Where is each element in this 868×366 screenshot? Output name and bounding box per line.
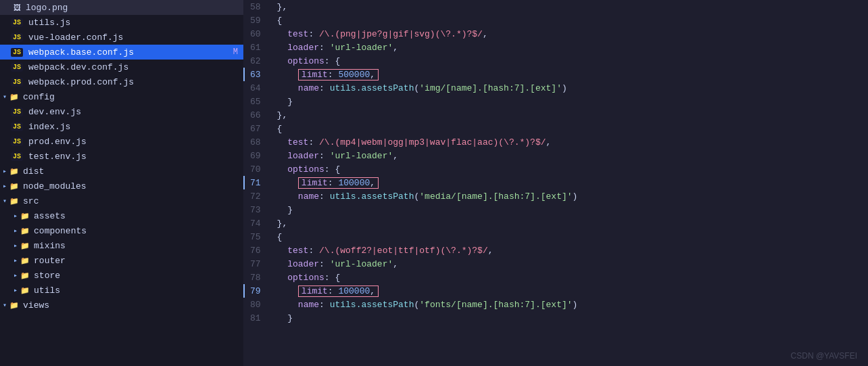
code-line: test: /\.(png|jpe?g|gif|svg)(\?.*)?$/, — [272, 27, 867, 41]
sidebar-item-webpack-base-conf-js[interactable]: JS webpack.base.conf.js M — [0, 45, 243, 60]
code-line: } — [272, 203, 867, 216]
code-line: limit: 500000, — [272, 68, 867, 81]
chevron-down-icon: ▾ — [3, 93, 7, 101]
code-line: limit: 100000, — [272, 284, 867, 298]
sidebar-item-utils-js[interactable]: JS utils.js — [0, 15, 243, 30]
line-number: 75 — [244, 230, 272, 244]
chevron-right-icon: ▸ — [14, 242, 18, 250]
folder-icon: 📁 — [8, 197, 20, 206]
line-number: 81 — [244, 311, 272, 325]
code-line: test: /\.(mp4|webm|ogg|mp3|wav|flac|aac)… — [272, 135, 867, 149]
table-row: 65 } — [244, 95, 867, 108]
code-line: test: /\.(woff2?|eot|ttf|otf)(\?.*)?$/, — [272, 244, 867, 257]
folder-icon: 📁 — [19, 212, 31, 221]
line-number: 71 — [244, 176, 272, 189]
js-icon: JS — [11, 152, 23, 161]
chevron-down-icon: ▾ — [3, 301, 7, 309]
folder-icon: 📁 — [8, 93, 20, 101]
line-number: 66 — [244, 108, 272, 122]
line-number: 67 — [244, 122, 272, 135]
chevron-right-icon: ▸ — [14, 227, 18, 235]
sidebar-item-node-modules[interactable]: ▸ 📁 node_modules — [0, 179, 243, 193]
image-icon: 🖼 — [11, 3, 23, 12]
code-line: name: utils.assetsPath('media/[name].[ha… — [272, 189, 867, 203]
table-row: 68 test: /\.(mp4|webm|ogg|mp3|wav|flac|a… — [244, 135, 867, 149]
sidebar-item-webpack-dev-conf-js[interactable]: JS webpack.dev.conf.js — [0, 60, 243, 74]
code-table: 58 }, 59 { 60 test: /\.(png|jpe?g|gif|sv… — [243, 0, 868, 325]
line-number: 78 — [244, 271, 272, 284]
table-row: 69 loader: 'url-loader', — [244, 149, 867, 162]
sidebar-item-config[interactable]: ▾ 📁 config — [0, 89, 243, 104]
code-line: loader: 'url-loader', — [272, 257, 867, 271]
chevron-right-icon: ▸ — [14, 256, 18, 265]
js-icon: JS — [11, 122, 23, 131]
line-number: 77 — [244, 257, 272, 271]
chevron-down-icon: ▾ — [3, 197, 7, 205]
line-number: 63 — [244, 68, 272, 81]
sidebar-item-router[interactable]: ▸ 📁 router — [0, 253, 243, 268]
sidebar-item-test-env-js[interactable]: JS test.env.js — [0, 149, 243, 164]
sidebar-item-logo-png[interactable]: 🖼 logo.png — [0, 0, 243, 15]
line-number: 72 — [244, 189, 272, 203]
folder-icon: 📁 — [19, 227, 31, 235]
table-row: 58 }, — [244, 0, 867, 14]
sidebar-item-webpack-prod-conf-js[interactable]: JS webpack.prod.conf.js — [0, 74, 243, 89]
table-row: 67 { — [244, 122, 867, 135]
sidebar-item-dev-env-js[interactable]: JS dev.env.js — [0, 104, 243, 119]
code-line: { — [272, 122, 867, 135]
code-line: loader: 'url-loader', — [272, 149, 867, 162]
sidebar-item-src[interactable]: ▾ 📁 src — [0, 193, 243, 208]
js-icon: JS — [11, 137, 23, 146]
code-line: { — [272, 14, 867, 27]
folder-icon: 📁 — [19, 256, 31, 265]
sidebar-item-store[interactable]: ▸ 📁 store — [0, 268, 243, 283]
folder-icon: 📁 — [19, 271, 31, 280]
sidebar-item-assets[interactable]: ▸ 📁 assets — [0, 208, 243, 223]
line-number: 80 — [244, 298, 272, 311]
sidebar-item-dist[interactable]: ▸ 📁 dist — [0, 164, 243, 179]
line-number: 69 — [244, 149, 272, 162]
js-icon: JS — [11, 63, 23, 72]
sidebar-item-utils[interactable]: ▸ 📁 utils — [0, 283, 243, 298]
code-line: options: { — [272, 162, 867, 176]
chevron-right-icon: ▸ — [14, 286, 18, 294]
js-icon: JS — [11, 108, 23, 116]
code-line: }, — [272, 0, 867, 14]
folder-icon: 📁 — [19, 286, 31, 295]
line-number: 59 — [244, 14, 272, 27]
chevron-right-icon: ▸ — [3, 182, 7, 190]
sidebar-item-views[interactable]: ▾ 📁 views — [0, 298, 243, 313]
line-number: 73 — [244, 203, 272, 216]
code-line: name: utils.assetsPath('img/[name].[hash… — [272, 81, 867, 95]
sidebar-item-vue-loader-conf-js[interactable]: JS vue-loader.conf.js — [0, 30, 243, 45]
table-row: 72 name: utils.assetsPath('media/[name].… — [244, 189, 867, 203]
sidebar: 🖼 logo.png JS utils.js JS vue-loader.con… — [0, 0, 243, 366]
chevron-right-icon: ▸ — [14, 271, 18, 279]
sidebar-item-mixins[interactable]: ▸ 📁 mixins — [0, 238, 243, 253]
sidebar-item-index-js[interactable]: JS index.js — [0, 119, 243, 134]
sidebar-item-prod-env-js[interactable]: JS prod.env.js — [0, 134, 243, 149]
table-row: 60 test: /\.(png|jpe?g|gif|svg)(\?.*)?$/… — [244, 27, 867, 41]
line-number: 68 — [244, 135, 272, 149]
chevron-right-icon: ▸ — [14, 212, 18, 220]
js-icon: JS — [11, 78, 23, 87]
line-number: 65 — [244, 95, 272, 108]
line-number: 58 — [244, 0, 272, 14]
table-row: 81 } — [244, 311, 867, 325]
table-row: 63 limit: 500000, — [244, 68, 867, 81]
code-line: loader: 'url-loader', — [272, 41, 867, 54]
sidebar-item-components[interactable]: ▸ 📁 components — [0, 223, 243, 238]
folder-icon: 📁 — [8, 167, 20, 176]
code-line: options: { — [272, 271, 867, 284]
line-number: 76 — [244, 244, 272, 257]
watermark: CSDN @YAVSFEI — [791, 351, 857, 361]
code-editor: 58 }, 59 { 60 test: /\.(png|jpe?g|gif|sv… — [243, 0, 868, 366]
table-row: 71 limit: 100000, — [244, 176, 867, 189]
js-icon: JS — [11, 18, 23, 27]
table-row: 76 test: /\.(woff2?|eot|ttf|otf)(\?.*)?$… — [244, 244, 867, 257]
code-line: { — [272, 230, 867, 244]
table-row: 64 name: utils.assetsPath('img/[name].[h… — [244, 81, 867, 95]
line-number: 70 — [244, 162, 272, 176]
code-line: }, — [272, 216, 867, 230]
code-line: name: utils.assetsPath('fonts/[name].[ha… — [272, 298, 867, 311]
